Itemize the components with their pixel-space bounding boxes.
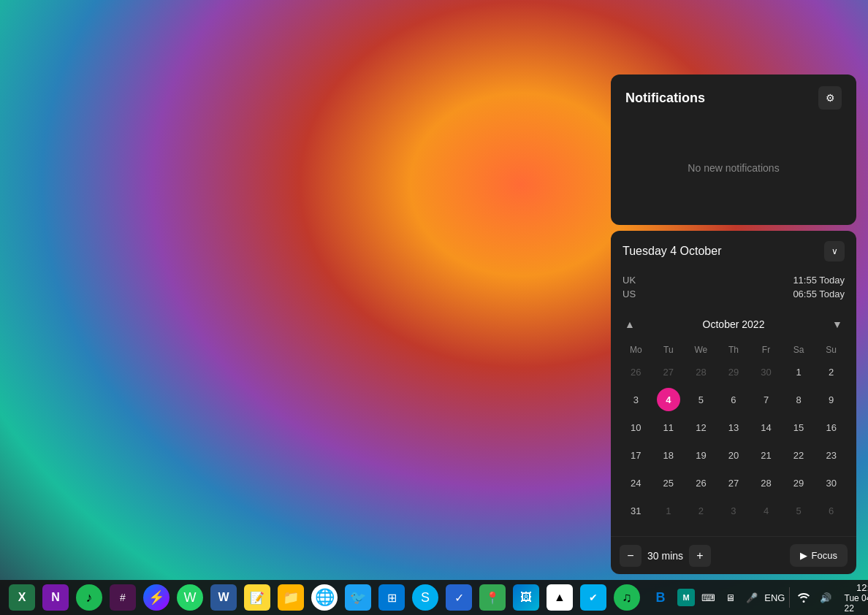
today-date-label: Tuesday 4 October: [623, 245, 721, 258]
calendar-day-cell[interactable]: 12: [685, 413, 717, 441]
taskbar-icon-photos[interactable]: 🖼: [510, 581, 542, 614]
notifications-panel: Notifications ⚙ No new notifications: [611, 75, 856, 225]
taskbar-icon-twitter[interactable]: 🐦: [342, 581, 374, 614]
calendar-day-cell[interactable]: 29: [783, 469, 815, 497]
weekday-tu: Tu: [652, 342, 685, 358]
taskbar-icon-malwarebytes[interactable]: ✔: [577, 581, 609, 614]
weekday-header-row: Mo Tu We Th Fr Sa Su: [620, 342, 848, 358]
calendar-day-cell[interactable]: 16: [815, 413, 848, 441]
calendar-day-cell[interactable]: 9: [815, 386, 848, 413]
calendar-day-cell[interactable]: 4: [652, 386, 685, 413]
calendar-day-cell[interactable]: 6: [717, 386, 750, 413]
taskbar-icon-chrome[interactable]: 🌐: [308, 581, 340, 614]
tray-monitor-icon[interactable]: 🖥: [720, 584, 739, 611]
taskbar-icon-todo[interactable]: ✓: [443, 581, 475, 614]
calendar-day-cell[interactable]: 27: [652, 358, 685, 386]
calendar-day-cell[interactable]: 26: [620, 358, 652, 386]
calendar-day-cell[interactable]: 18: [652, 441, 685, 469]
calendar-day-cell[interactable]: 5: [783, 497, 815, 524]
calendar-day-cell[interactable]: 14: [750, 413, 783, 441]
tray-wifi-icon[interactable]: [794, 584, 813, 611]
calendar-day-cell[interactable]: 3: [717, 497, 750, 524]
taskbar-icon-messenger[interactable]: ⚡: [140, 581, 172, 614]
calendar-day-cell[interactable]: 28: [750, 469, 783, 497]
tray-language-indicator[interactable]: ENG: [764, 584, 785, 611]
calendar-day-cell[interactable]: 11: [652, 413, 685, 441]
calendar-day-cell[interactable]: 24: [620, 469, 652, 497]
calendar-day-cell[interactable]: 20: [717, 441, 750, 469]
panel-container: Notifications ⚙ No new notifications Tue…: [611, 75, 856, 574]
focus-duration: 30 mins: [647, 550, 683, 562]
taskbar-icon-bluetooth[interactable]: B: [644, 581, 677, 614]
taskbar-icon-excel[interactable]: X: [6, 581, 38, 614]
expand-button[interactable]: ∨: [824, 241, 845, 261]
calendar-week-row: 10111213141516: [620, 413, 848, 441]
calendar-day-cell[interactable]: 8: [783, 386, 815, 413]
calendar-day-cell[interactable]: 15: [783, 413, 815, 441]
uk-time-value: 11:55 Today: [793, 275, 845, 286]
taskbar-icon-onenote[interactable]: N: [39, 581, 72, 614]
calendar-day-cell[interactable]: 22: [783, 441, 815, 469]
tray-mic-icon[interactable]: 🎤: [742, 584, 761, 611]
focus-plus-button[interactable]: +: [689, 545, 711, 567]
calendar-day-cell[interactable]: 3: [620, 386, 652, 413]
weekday-th: Th: [717, 342, 750, 358]
focus-start-button[interactable]: ▶ Focus: [790, 544, 848, 567]
chevron-down-icon: ∨: [831, 246, 838, 256]
calendar-day-cell[interactable]: 26: [685, 469, 717, 497]
calendar-section: ▲ October 2022 ▼ Mo Tu We Th Fr Sa Su: [611, 308, 856, 533]
calendar-day-cell[interactable]: 5: [685, 386, 717, 413]
calendar-day-cell[interactable]: 13: [717, 413, 750, 441]
us-time-value: 06:55 Today: [793, 289, 845, 299]
tray-meet-icon[interactable]: M: [677, 584, 696, 611]
calendar-day-cell[interactable]: 23: [815, 441, 848, 469]
weekday-su: Su: [815, 342, 848, 358]
calendar-day-cell[interactable]: 17: [620, 441, 652, 469]
taskbar-icon-file-explorer[interactable]: 📁: [275, 581, 307, 614]
taskbar-icon-skype[interactable]: S: [409, 581, 441, 614]
calendar-day-cell[interactable]: 4: [750, 497, 783, 524]
tray-separator: [789, 587, 790, 608]
calendar-day-cell[interactable]: 25: [652, 469, 685, 497]
calendar-day-cell[interactable]: 27: [717, 469, 750, 497]
calendar-day-cell[interactable]: 31: [620, 497, 652, 524]
calendar-day-cell[interactable]: 28: [685, 358, 717, 386]
taskbar-icon-sticky-notes[interactable]: 📝: [241, 581, 273, 614]
tray-volume-icon[interactable]: 🔊: [816, 584, 835, 611]
calendar-day-cell[interactable]: 30: [750, 358, 783, 386]
calendar-day-cell[interactable]: 1: [783, 358, 815, 386]
notifications-empty-state: No new notifications: [611, 118, 856, 225]
taskbar-icon-maps[interactable]: 📍: [476, 581, 509, 614]
world-clocks: UK 11:55 Today US 06:55 Today: [611, 272, 856, 308]
datetime-panel: Tuesday 4 October ∨ UK 11:55 Today US 06…: [611, 231, 856, 574]
clock-display[interactable]: 12:54 Tue 04 10 22: [839, 581, 869, 614]
calendar-day-cell[interactable]: 1: [652, 497, 685, 524]
taskbar-icon-store[interactable]: ⊞: [376, 581, 408, 614]
calendar-day-cell[interactable]: 10: [620, 413, 652, 441]
calendar-day-cell[interactable]: 21: [750, 441, 783, 469]
notifications-title: Notifications: [625, 91, 705, 106]
notifications-settings-button[interactable]: ⚙: [818, 86, 842, 110]
taskbar-icon-slack[interactable]: #: [107, 581, 139, 614]
calendar-day-cell[interactable]: 29: [717, 358, 750, 386]
calendar-day-cell[interactable]: 6: [815, 497, 848, 524]
taskbar-icon-gdrive[interactable]: ▲: [544, 581, 576, 614]
calendar-day-cell[interactable]: 19: [685, 441, 717, 469]
clock-date: Tue 04 10 22: [845, 593, 869, 614]
calendar-prev-button[interactable]: ▲: [620, 314, 640, 335]
calendar-day-cell[interactable]: 2: [815, 358, 848, 386]
calendar-day-cell[interactable]: 7: [750, 386, 783, 413]
taskbar-icon-spotify2[interactable]: ♫: [611, 581, 643, 614]
calendar-week-row: 24252627282930: [620, 469, 848, 497]
taskbar-icon-spotify[interactable]: ♪: [73, 581, 105, 614]
calendar-week-row: 31123456: [620, 497, 848, 524]
taskbar-icon-word[interactable]: W: [208, 581, 240, 614]
calendar-day-cell[interactable]: 2: [685, 497, 717, 524]
calendar-next-button[interactable]: ▼: [827, 314, 848, 335]
taskbar-icon-whatsapp[interactable]: W: [174, 581, 206, 614]
calendar-week-row: 17181920212223: [620, 441, 848, 469]
calendar-body: 2627282930123456789101112131415161718192…: [620, 358, 848, 524]
focus-minus-button[interactable]: −: [620, 545, 642, 567]
tray-keyboard-icon[interactable]: ⌨: [698, 584, 717, 611]
calendar-day-cell[interactable]: 30: [815, 469, 848, 497]
